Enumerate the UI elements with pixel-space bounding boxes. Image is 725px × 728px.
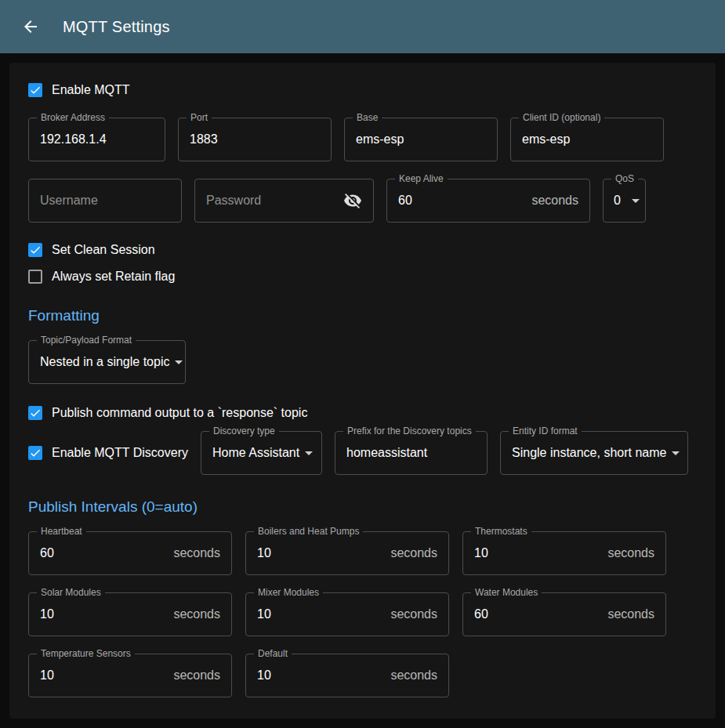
entity-id-format-select[interactable]: Entity ID format Single instance, short …: [500, 431, 688, 475]
field-label: Prefix for the Discovery topics: [343, 426, 476, 436]
intervals-grid: Heartbeat seconds Boilers and Heat Pumps…: [28, 531, 697, 697]
checkbox-label: Enable MQTT: [52, 83, 130, 97]
settings-panel: Enable MQTT Broker Address Port Base Cli…: [9, 63, 716, 719]
retain-flag-checkbox[interactable]: Always set Retain flag: [28, 270, 175, 284]
discovery-prefix-input[interactable]: [346, 446, 476, 460]
username-field: [28, 179, 182, 223]
username-input[interactable]: [40, 194, 170, 208]
field-label: Port: [187, 112, 212, 123]
checkbox-checked-icon: [28, 406, 42, 420]
checkbox-label: Enable MQTT Discovery: [52, 446, 188, 460]
port-input[interactable]: [190, 132, 320, 147]
field-label: Boilers and Heat Pumps: [254, 526, 363, 537]
chevron-down-icon: [666, 444, 685, 462]
unit-suffix: seconds: [607, 546, 654, 560]
publish-response-checkbox[interactable]: Publish command output to a `response` t…: [28, 406, 307, 420]
mqtt-discovery-checkbox[interactable]: Enable MQTT Discovery: [28, 446, 188, 460]
checkbox-label: Always set Retain flag: [52, 270, 175, 284]
discovery-row: Enable MQTT Discovery Discovery type Hom…: [28, 431, 697, 475]
field-label: Base: [353, 112, 382, 123]
thermostats-interval-field: Thermostats seconds: [462, 531, 666, 575]
temperature-sensors-interval-input[interactable]: [40, 668, 167, 683]
base-field: Base: [344, 118, 498, 161]
field-label: Thermostats: [471, 526, 531, 537]
field-label: Keep Alive: [395, 173, 448, 184]
field-label: Default: [254, 648, 292, 659]
unit-suffix: seconds: [173, 607, 220, 621]
port-field: Port: [178, 118, 332, 161]
selected-value: Home Assistant: [212, 446, 299, 460]
checkbox-checked-icon: [28, 446, 42, 460]
temperature-sensors-interval-field: Temperature Sensors seconds: [28, 654, 232, 697]
field-label: Heartbeat: [37, 526, 86, 537]
boilers-interval-field: Boilers and Heat Pumps seconds: [245, 531, 449, 575]
arrow-back-icon: [21, 17, 40, 36]
unit-suffix: seconds: [607, 607, 654, 621]
water-interval-input[interactable]: [474, 607, 601, 621]
broker-row: Broker Address Port Base Client ID (opti…: [28, 118, 697, 161]
field-label: QoS: [611, 173, 638, 184]
discovery-type-select[interactable]: Discovery type Home Assistant: [201, 431, 322, 475]
page-title: MQTT Settings: [63, 18, 170, 36]
password-field: [194, 179, 374, 223]
mixer-interval-field: Mixer Modules seconds: [245, 592, 449, 636]
broker-address-field: Broker Address: [28, 118, 165, 161]
boilers-interval-input[interactable]: [257, 546, 384, 560]
unit-suffix: seconds: [531, 194, 578, 208]
solar-interval-input[interactable]: [40, 607, 167, 621]
field-label: Client ID (optional): [519, 112, 604, 123]
field-label: Discovery type: [209, 426, 279, 436]
toggle-password-visibility-button[interactable]: [343, 191, 362, 210]
mixer-interval-input[interactable]: [257, 607, 384, 621]
base-input[interactable]: [356, 132, 486, 147]
publish-intervals-heading: Publish Intervals (0=auto): [28, 498, 697, 516]
field-label: Broker Address: [37, 112, 109, 123]
client-id-input[interactable]: [522, 132, 652, 147]
thermostats-interval-input[interactable]: [474, 546, 601, 560]
chevron-down-icon: [299, 444, 318, 462]
heartbeat-interval-field: Heartbeat seconds: [28, 531, 232, 575]
checkbox-label: Publish command output to a `response` t…: [52, 406, 307, 420]
unit-suffix: seconds: [173, 546, 220, 560]
field-label: Topic/Payload Format: [37, 335, 136, 346]
qos-select[interactable]: QoS 0: [603, 179, 646, 223]
field-label: Temperature Sensors: [37, 648, 135, 659]
app-bar: MQTT Settings: [0, 0, 725, 53]
password-input[interactable]: [206, 194, 343, 208]
keep-alive-input[interactable]: [398, 194, 525, 208]
unit-suffix: seconds: [390, 546, 437, 560]
unit-suffix: seconds: [390, 607, 437, 621]
field-label: Solar Modules: [37, 587, 105, 598]
discovery-prefix-field: Prefix for the Discovery topics: [335, 431, 488, 475]
client-id-field: Client ID (optional): [510, 118, 664, 161]
unit-suffix: seconds: [390, 668, 437, 683]
keep-alive-field: Keep Alive seconds: [386, 179, 590, 223]
field-label: Mixer Modules: [254, 587, 323, 598]
selected-value: Single instance, short name: [512, 446, 666, 460]
back-button[interactable]: [14, 10, 47, 43]
checkbox-checked-icon: [28, 243, 42, 257]
chevron-down-icon: [169, 353, 188, 371]
heartbeat-interval-input[interactable]: [40, 546, 167, 560]
visibility-off-icon: [343, 191, 362, 210]
credentials-row: Keep Alive seconds QoS 0: [28, 179, 697, 223]
topic-payload-format-select[interactable]: Topic/Payload Format Nested in a single …: [28, 340, 186, 384]
chevron-down-icon: [626, 191, 645, 210]
default-interval-field: Default seconds: [245, 654, 449, 697]
field-label: Water Modules: [471, 587, 542, 598]
clean-session-checkbox[interactable]: Set Clean Session: [28, 243, 155, 257]
enable-mqtt-checkbox[interactable]: Enable MQTT: [28, 83, 130, 97]
broker-address-input[interactable]: [40, 132, 154, 147]
checkbox-label: Set Clean Session: [52, 243, 155, 257]
default-interval-input[interactable]: [257, 668, 384, 683]
solar-interval-field: Solar Modules seconds: [28, 592, 232, 636]
topic-format-row: Topic/Payload Format Nested in a single …: [28, 340, 697, 384]
water-interval-field: Water Modules seconds: [462, 592, 666, 636]
checkbox-unchecked-icon: [28, 270, 42, 284]
formatting-heading: Formatting: [28, 307, 697, 324]
unit-suffix: seconds: [173, 668, 220, 683]
checkbox-checked-icon: [28, 83, 42, 97]
selected-value: 0: [614, 194, 621, 208]
field-label: Entity ID format: [509, 426, 582, 436]
selected-value: Nested in a single topic: [40, 355, 169, 369]
